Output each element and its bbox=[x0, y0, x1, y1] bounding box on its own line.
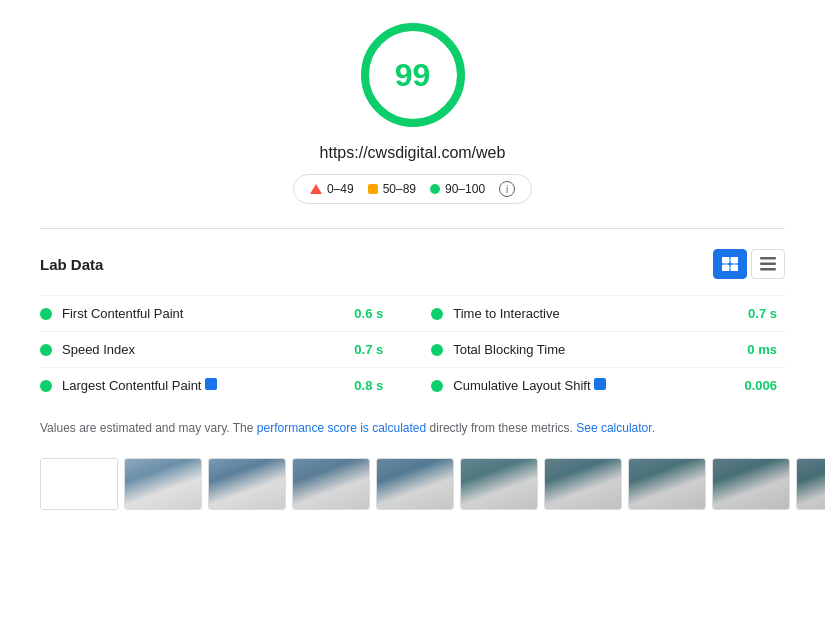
pass-icon bbox=[430, 184, 440, 194]
thumbnail-item bbox=[124, 458, 202, 510]
metric-info-badge bbox=[594, 378, 606, 390]
thumbnail-item bbox=[544, 458, 622, 510]
thumbnail-image bbox=[713, 459, 789, 509]
footnote: Values are estimated and may vary. The p… bbox=[0, 403, 825, 450]
svg-rect-8 bbox=[760, 268, 776, 271]
fail-icon bbox=[310, 184, 322, 194]
thumbnail-image bbox=[125, 459, 201, 509]
section-divider bbox=[40, 228, 785, 229]
thumbnail-image bbox=[629, 459, 705, 509]
thumbnail-image bbox=[545, 459, 621, 509]
svg-rect-2 bbox=[722, 257, 729, 263]
thumbnail-image bbox=[293, 459, 369, 509]
thumbnail-image bbox=[461, 459, 537, 509]
thumbnail-image bbox=[41, 459, 117, 509]
metric-dot bbox=[431, 344, 443, 356]
lab-data-section: Lab Data bbox=[0, 237, 825, 403]
metric-value: 0.8 s bbox=[328, 368, 391, 404]
metric-name: Largest Contentful Paint bbox=[62, 368, 328, 404]
thumbnail-item bbox=[628, 458, 706, 510]
performance-score-link[interactable]: performance score is calculated bbox=[257, 421, 426, 435]
metric-value: 0.7 s bbox=[715, 296, 785, 332]
legend-fail: 0–49 bbox=[310, 182, 354, 196]
table-row: Speed Index 0.7 s Total Blocking Time 0 … bbox=[40, 332, 785, 368]
average-icon bbox=[368, 184, 378, 194]
thumbnail-image bbox=[377, 459, 453, 509]
score-value: 99 bbox=[395, 57, 431, 94]
thumbnail-item bbox=[208, 458, 286, 510]
metric-value: 0.6 s bbox=[328, 296, 391, 332]
metric-info-badge bbox=[205, 378, 217, 390]
footnote-text1: Values are estimated and may vary. The bbox=[40, 421, 257, 435]
legend-fail-label: 0–49 bbox=[327, 182, 354, 196]
metrics-table: First Contentful Paint 0.6 s Time to Int… bbox=[40, 295, 785, 403]
metric-name: Cumulative Layout Shift bbox=[453, 368, 715, 404]
thumbnail-item bbox=[796, 458, 825, 510]
legend-average-label: 50–89 bbox=[383, 182, 416, 196]
thumbnail-image bbox=[209, 459, 285, 509]
list-view-button[interactable] bbox=[751, 249, 785, 279]
metric-name: Speed Index bbox=[62, 332, 328, 368]
thumbnail-item bbox=[460, 458, 538, 510]
svg-rect-5 bbox=[731, 265, 738, 271]
svg-rect-4 bbox=[722, 265, 729, 271]
score-ring: 99 bbox=[358, 20, 468, 130]
metric-dot bbox=[431, 308, 443, 320]
thumbnail-item bbox=[376, 458, 454, 510]
grid-view-button[interactable] bbox=[713, 249, 747, 279]
thumbnail-item bbox=[712, 458, 790, 510]
calculator-link[interactable]: See calculator. bbox=[576, 421, 655, 435]
thumbnail-image bbox=[797, 459, 825, 509]
legend-info-icon[interactable]: i bbox=[499, 181, 515, 197]
legend-pass: 90–100 bbox=[430, 182, 485, 196]
legend-pass-label: 90–100 bbox=[445, 182, 485, 196]
metric-dot bbox=[431, 380, 443, 392]
metric-name: Time to Interactive bbox=[453, 296, 715, 332]
svg-rect-6 bbox=[760, 257, 776, 260]
metric-value: 0.006 bbox=[715, 368, 785, 404]
svg-rect-3 bbox=[731, 257, 738, 263]
metric-dot bbox=[40, 308, 52, 320]
url-display: https://cwsdigital.com/web bbox=[320, 144, 506, 162]
metric-name: Total Blocking Time bbox=[453, 332, 715, 368]
legend-average: 50–89 bbox=[368, 182, 416, 196]
table-row: Largest Contentful Paint 0.8 s Cumulativ… bbox=[40, 368, 785, 404]
metric-dot bbox=[40, 344, 52, 356]
top-section: 99 https://cwsdigital.com/web 0–49 50–89… bbox=[0, 0, 825, 220]
view-toggle bbox=[713, 249, 785, 279]
thumbnail-item bbox=[40, 458, 118, 510]
svg-rect-7 bbox=[760, 263, 776, 266]
metric-value: 0.7 s bbox=[328, 332, 391, 368]
lab-header: Lab Data bbox=[40, 249, 785, 279]
thumbnail-item bbox=[292, 458, 370, 510]
footnote-text2: directly from these metrics. bbox=[430, 421, 577, 435]
metric-value: 0 ms bbox=[715, 332, 785, 368]
lab-data-title: Lab Data bbox=[40, 256, 103, 273]
score-legend: 0–49 50–89 90–100 i bbox=[293, 174, 532, 204]
metric-name: First Contentful Paint bbox=[62, 296, 328, 332]
table-row: First Contentful Paint 0.6 s Time to Int… bbox=[40, 296, 785, 332]
thumbnails-section bbox=[0, 450, 825, 518]
metric-dot bbox=[40, 380, 52, 392]
